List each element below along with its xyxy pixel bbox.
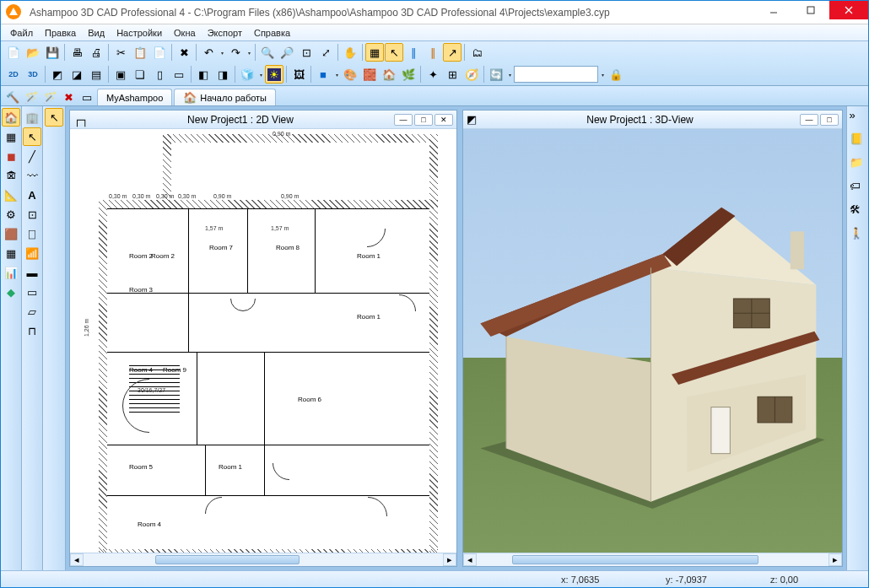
stairs-tool-icon[interactable]: 📶 (23, 244, 41, 262)
zoom-window-icon[interactable]: ⊡ (297, 43, 316, 62)
pane-3d-body[interactable] (463, 129, 842, 553)
cut-icon[interactable]: ✂ (111, 43, 130, 62)
beam-tool-icon[interactable]: ▭ (23, 283, 41, 301)
texture-icon[interactable]: 🧱 (360, 65, 379, 84)
panel-tag-icon[interactable]: 🏷 (850, 181, 866, 197)
menu-file[interactable]: Файл (4, 26, 39, 40)
chart-tool-icon[interactable]: 📊 (2, 263, 20, 282)
grid-tool-icon[interactable]: ▦ (2, 127, 20, 146)
guide-icon[interactable]: ↗ (443, 43, 461, 62)
transparency-icon[interactable]: ◨ (213, 65, 232, 84)
coords-icon[interactable]: ✦ (424, 65, 442, 84)
render-icon[interactable]: 🧊 (238, 65, 256, 84)
layer-combo[interactable] (514, 66, 598, 83)
lock-icon[interactable]: 🔒 (607, 65, 625, 84)
object-tool-icon[interactable]: ◆ (2, 283, 20, 301)
tab-myashampoo[interactable]: MyAshampoo (97, 89, 172, 105)
text-tool-icon[interactable]: A (23, 186, 41, 204)
building-tool-icon[interactable]: 🏠 (2, 108, 20, 127)
show-hide-icon[interactable]: ◧ (194, 65, 213, 84)
slab-tool-icon[interactable]: ▱ (23, 302, 41, 321)
tab-getting-started[interactable]: 🏠Начало работы (174, 89, 276, 105)
pane3d-max-button[interactable]: □ (820, 114, 839, 126)
window-cascade-icon[interactable]: ❏ (131, 65, 149, 84)
close-button[interactable] (829, 1, 868, 19)
texture-tool-icon[interactable]: 🟫 (2, 224, 20, 243)
floor-icon[interactable]: 🏢 (23, 108, 41, 127)
minimize-button[interactable] (755, 1, 792, 19)
shadows-icon[interactable]: ☀ (265, 65, 283, 84)
panel-person-icon[interactable]: 🚶 (850, 228, 866, 245)
line-icon[interactable]: ╱ (23, 147, 41, 165)
wall-tool-icon[interactable]: ◼ (2, 147, 20, 165)
scrollbar-2d[interactable]: ◂▸ (70, 553, 456, 566)
roof-tool-icon[interactable]: 🏚 (2, 166, 20, 185)
pane3d-min-button[interactable]: — (800, 114, 818, 126)
pane-min-button[interactable]: — (394, 114, 413, 126)
perspective-icon[interactable]: ◪ (67, 65, 86, 84)
menu-export[interactable]: Экспорт (202, 26, 248, 40)
panel-folder-icon[interactable]: 📁 (850, 157, 866, 174)
snap-icon[interactable]: ∥ (424, 43, 442, 62)
dimension-tool-icon[interactable]: 📐 (2, 186, 20, 204)
mode-1-icon[interactable]: ↖ (45, 108, 63, 127)
column-tool-icon[interactable]: ▬ (23, 263, 41, 282)
view-3d-button[interactable]: 3D (24, 65, 42, 84)
print-icon[interactable]: 🖶 (67, 43, 86, 62)
layer-mgr-icon[interactable]: ▤ (87, 65, 105, 84)
view-2d-button[interactable]: 2D (4, 65, 23, 84)
compass-icon[interactable]: 🧭 (462, 65, 481, 84)
section-icon[interactable]: ◩ (48, 65, 67, 84)
maximize-button[interactable] (792, 1, 829, 19)
wand2-icon[interactable]: 🪄 (41, 89, 58, 105)
pane-max-button[interactable]: □ (414, 114, 433, 126)
paste-icon[interactable]: 📄 (150, 43, 169, 62)
redo-icon[interactable]: ↷ (226, 43, 245, 62)
grid-icon[interactable]: ▦ (365, 43, 384, 62)
window-split-h-icon[interactable]: ▯ (150, 65, 169, 84)
close-tab-icon[interactable]: ✖ (60, 89, 77, 105)
new-file-icon[interactable]: 📄 (4, 43, 23, 62)
undo-icon[interactable]: ↶ (199, 43, 218, 62)
pan-icon[interactable]: ✋ (341, 43, 359, 62)
pane-close-button[interactable]: ✕ (434, 114, 453, 126)
hatch-tool-icon[interactable]: ▦ (2, 244, 20, 262)
chimney-tool-icon[interactable]: ⊓ (23, 321, 41, 340)
print-preview-icon[interactable]: 🖨 (87, 43, 105, 62)
ruler-icon[interactable]: ∥ (404, 43, 423, 62)
tab-list-icon[interactable]: ▭ (78, 89, 95, 105)
zoom-fit-icon[interactable]: ⤢ (316, 43, 335, 62)
window-tile-icon[interactable]: ▣ (111, 65, 130, 84)
hammer-icon[interactable]: 🔨 (4, 89, 21, 105)
expand-panel-icon[interactable]: » (850, 110, 866, 127)
menu-help[interactable]: Справка (248, 26, 296, 40)
wand-icon[interactable]: 🪄 (23, 89, 40, 105)
door-tool-icon[interactable]: ⎕ (23, 224, 41, 243)
window-split-v-icon[interactable]: ▭ (170, 65, 188, 84)
catalog-icon[interactable]: 🏠 (380, 65, 398, 84)
pane-2d-body[interactable]: Room 2 Room 2 Room 7 Room 8 Room 1 Room … (70, 129, 456, 553)
menu-settings[interactable]: Настройки (111, 26, 168, 40)
menu-window[interactable]: Окна (168, 26, 202, 40)
screenshot-icon[interactable]: 🖼 (289, 65, 308, 84)
polyline-icon[interactable]: 〰 (23, 166, 41, 185)
menu-edit[interactable]: Правка (39, 26, 82, 40)
cursor-select-icon[interactable]: ↖ (385, 43, 403, 62)
panel-catalog-icon[interactable]: 📒 (850, 133, 866, 150)
zoom-in-icon[interactable]: 🔍 (258, 43, 277, 62)
gear-tool-icon[interactable]: ⚙ (2, 205, 20, 224)
materials-icon[interactable]: 🎨 (341, 65, 359, 84)
panel-tool-icon[interactable]: 🛠 (850, 204, 866, 221)
menu-view[interactable]: Вид (82, 26, 111, 40)
copy-icon[interactable]: 📋 (131, 43, 149, 62)
open-file-icon[interactable]: 📂 (24, 43, 42, 62)
color-fill-icon[interactable]: ■ (314, 65, 332, 84)
layers-icon[interactable]: 🗂 (467, 43, 486, 62)
scrollbar-3d[interactable]: ◂▸ (463, 553, 842, 566)
refresh-icon[interactable]: 🔄 (487, 65, 505, 84)
terrain-icon[interactable]: 🌿 (399, 65, 418, 84)
zoom-out-icon[interactable]: 🔎 (278, 43, 296, 62)
save-icon[interactable]: 💾 (43, 43, 62, 62)
window-tool-icon[interactable]: ⊡ (23, 205, 41, 224)
delete-icon[interactable]: ✖ (175, 43, 193, 62)
